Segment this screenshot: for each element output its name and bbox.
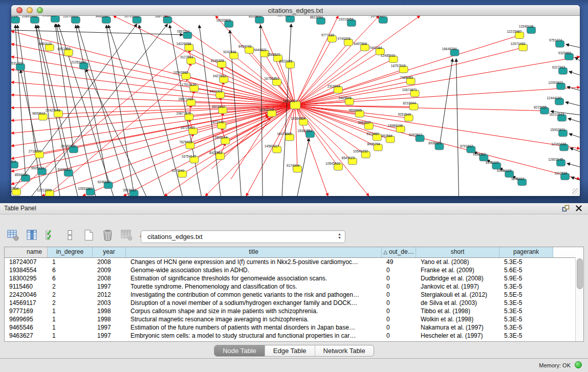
cell-out_de[interactable]: 0 bbox=[382, 282, 416, 291]
cell-year[interactable]: 2009 bbox=[93, 266, 126, 274]
graph-node-teal[interactable]: 12444130 bbox=[547, 96, 563, 105]
graph-node-teal[interactable]: 5905133 bbox=[58, 168, 73, 177]
cell-out_de[interactable]: 0 bbox=[382, 299, 416, 307]
cell-title[interactable]: Estimation of significance thresholds fo… bbox=[126, 274, 382, 282]
network-graph[interactable]: 2405572420891406106532571527602594661601… bbox=[11, 16, 580, 196]
graph-node-yellow[interactable]: 8495794 bbox=[367, 142, 383, 151]
window-resize-grip[interactable] bbox=[572, 188, 579, 195]
network-canvas[interactable]: 2405572420891406106532571527602594661601… bbox=[11, 16, 580, 196]
graph-node-yellow[interactable]: 18107534 bbox=[11, 187, 20, 195]
cell-short[interactable]: Stergiakouli et al. (2012) bbox=[416, 291, 499, 299]
graph-node-yellow[interactable]: 10674871 bbox=[402, 88, 419, 97]
graph-node-teal[interactable]: 10653257 bbox=[42, 16, 59, 22]
graph-node-yellow[interactable]: 29671372 bbox=[177, 112, 193, 120]
cell-out_de[interactable]: 0 bbox=[382, 315, 416, 323]
graph-node-yellow[interactable]: 9127503 bbox=[180, 55, 195, 64]
tab-node-table[interactable]: Node Table bbox=[214, 345, 265, 356]
cell-title[interactable]: Changes of HCN gene expression and I(f) … bbox=[126, 258, 382, 266]
graph-node-yellow[interactable]: 10549232 bbox=[353, 149, 370, 158]
graph-node-yellow[interactable]: 16986108 bbox=[388, 124, 405, 133]
network-window-titlebar[interactable]: citations_edges.txt bbox=[11, 5, 580, 16]
graph-node-teal[interactable]: 6297917 bbox=[409, 133, 424, 142]
cell-year[interactable]: 2008 bbox=[93, 274, 126, 282]
cell-pagerank[interactable]: 5.3E-5 bbox=[499, 299, 553, 307]
graph-node-teal[interactable]: 9905133 bbox=[31, 166, 47, 175]
cell-name[interactable]: 9777169 bbox=[5, 307, 48, 315]
table-row[interactable]: 1938455462009Genome-wide association stu… bbox=[5, 266, 583, 274]
column-header-short[interactable]: short bbox=[416, 247, 499, 257]
graph-node-yellow[interactable]: 18757515 bbox=[391, 64, 408, 73]
graph-node-yellow[interactable]: 10545922 bbox=[325, 162, 342, 170]
graph-node-yellow[interactable]: 12973493 bbox=[510, 42, 527, 51]
graph-node-yellow[interactable]: 9777169 bbox=[321, 33, 337, 42]
cell-in_degree[interactable]: 2 bbox=[48, 282, 93, 291]
citation-edge-black[interactable] bbox=[199, 25, 221, 196]
citation-edge-black[interactable] bbox=[565, 102, 580, 106]
graph-node-teal[interactable]: 9466160 bbox=[95, 16, 111, 23]
table-row[interactable]: 911546021997Tourette syndrome. Phenomeno… bbox=[5, 282, 583, 291]
graph-node-yellow[interactable]: 8454743 bbox=[238, 45, 254, 53]
float-panel-icon[interactable] bbox=[561, 204, 570, 212]
citation-edge-black[interactable] bbox=[456, 59, 459, 196]
cell-name[interactable]: 9699695 bbox=[5, 315, 48, 323]
column-header-name[interactable]: name bbox=[5, 247, 48, 257]
cell-out_de[interactable]: 0 bbox=[382, 291, 416, 299]
tab-edge-table[interactable]: Edge Table bbox=[265, 345, 315, 356]
table-disabled-icon[interactable] bbox=[120, 228, 133, 242]
graph-node-yellow[interactable]: 8322035 bbox=[279, 59, 295, 68]
cell-title[interactable]: Corpus callosum shape and size in male p… bbox=[126, 307, 382, 315]
graph-node-yellow[interactable]: 7625423 bbox=[179, 140, 194, 149]
column-header-title[interactable]: title bbox=[126, 247, 382, 257]
graph-node-teal[interactable]: 12160438 bbox=[551, 142, 568, 151]
graph-node-yellow[interactable]: 2718120 bbox=[29, 149, 44, 158]
cell-title[interactable]: Genome-wide association studies in ADHD. bbox=[126, 266, 382, 274]
citation-edge-black[interactable] bbox=[78, 25, 129, 196]
graph-node-teal[interactable]: 15384554 bbox=[297, 129, 314, 138]
graph-node-teal[interactable]: 26160925 bbox=[61, 144, 78, 153]
graph-node-teal[interactable]: 8318304 bbox=[249, 16, 264, 23]
cell-year[interactable]: 1997 bbox=[93, 282, 126, 291]
citation-edge-black[interactable] bbox=[439, 59, 452, 148]
graph-node-teal[interactable]: 9329966 bbox=[558, 51, 574, 60]
graph-node-yellow[interactable]: 9463627 bbox=[358, 121, 374, 129]
column-header-in_degree[interactable]: in_degree bbox=[48, 247, 93, 257]
graph-node-teal[interactable]: 16648784 bbox=[442, 47, 459, 56]
graph-node-teal[interactable]: 21053346 bbox=[71, 60, 88, 69]
graph-node-yellow[interactable]: 8427552 bbox=[209, 151, 225, 160]
cell-short[interactable]: Hescheler et al. (1997) bbox=[416, 332, 499, 340]
cell-short[interactable]: Yano et al. (2008) bbox=[416, 258, 499, 266]
graph-node-teal[interactable]: 8554104 bbox=[15, 173, 30, 182]
graph-node-teal[interactable]: 7857224 bbox=[177, 30, 192, 38]
cell-in_degree[interactable]: 1 bbox=[48, 258, 93, 266]
graph-node-teal[interactable]: 12603145 bbox=[548, 158, 565, 166]
citation-edge-red[interactable] bbox=[295, 16, 420, 105]
cell-out_de[interactable]: 0 bbox=[382, 323, 416, 332]
citation-edge-red[interactable] bbox=[295, 57, 580, 105]
cell-in_degree[interactable]: 6 bbox=[48, 266, 93, 274]
cell-name[interactable]: 19384554 bbox=[5, 266, 48, 274]
cell-name[interactable]: 9465546 bbox=[5, 323, 48, 332]
table-row[interactable]: 2242004622012Investigating the contribut… bbox=[5, 291, 583, 299]
cell-name[interactable]: 9115460 bbox=[5, 282, 48, 291]
checklist-icon[interactable] bbox=[44, 228, 57, 242]
cell-title[interactable]: Embryonic stem cells: a model to study s… bbox=[126, 332, 382, 340]
row-height-icon[interactable] bbox=[63, 228, 76, 242]
cell-in_degree[interactable]: 2 bbox=[48, 299, 93, 307]
graph-node-teal[interactable]: 10054123 bbox=[496, 169, 513, 178]
graph-node-teal[interactable]: 9751074 bbox=[549, 38, 564, 47]
table-row[interactable]: 946362711997Embryonic stem cells: a mode… bbox=[5, 332, 583, 340]
column-header-pagerank[interactable]: pagerank bbox=[499, 247, 553, 257]
cell-year[interactable]: 2012 bbox=[93, 291, 126, 299]
citation-edge-black[interactable] bbox=[567, 163, 580, 167]
cell-pagerank[interactable]: 5.3E-5 bbox=[499, 258, 553, 266]
citation-edge-red[interactable] bbox=[295, 105, 297, 169]
citation-edge-black[interactable] bbox=[566, 45, 580, 48]
graph-node-teal[interactable]: 8215955 bbox=[534, 105, 549, 114]
cell-pagerank[interactable]: 5.3E-5 bbox=[499, 307, 553, 315]
citation-edge-black[interactable] bbox=[569, 72, 580, 75]
cell-year[interactable]: 1997 bbox=[93, 332, 126, 340]
column-header-year[interactable]: year bbox=[93, 247, 126, 257]
cell-in_degree[interactable]: 1 bbox=[48, 307, 93, 315]
cell-short[interactable]: de Silva et al. (2003) bbox=[416, 299, 499, 307]
cell-out_de[interactable]: 0 bbox=[382, 307, 416, 315]
